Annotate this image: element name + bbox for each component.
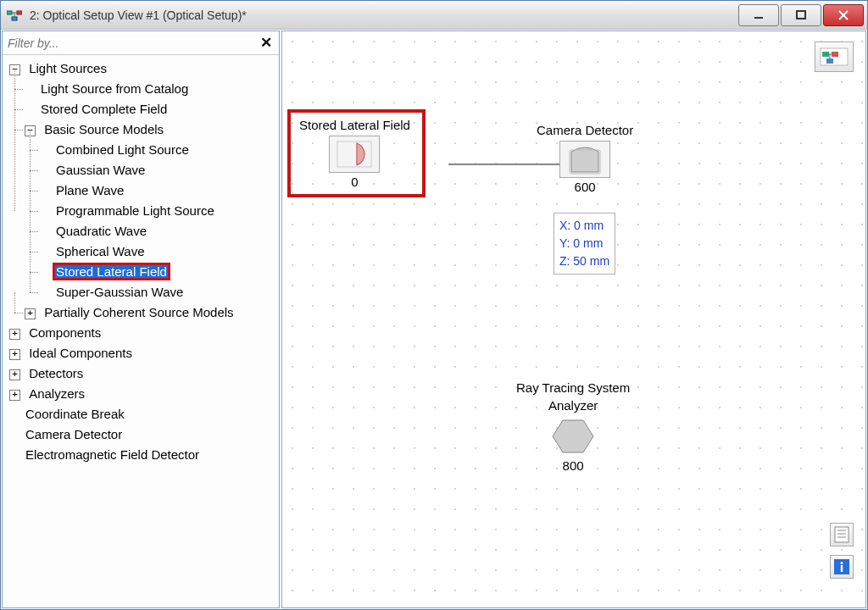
- svg-rect-15: [826, 58, 833, 64]
- expander-icon[interactable]: +: [9, 349, 20, 360]
- coord-y: Y: 0 mm: [559, 235, 609, 252]
- tree-item-stored-lateral-field[interactable]: Stored Lateral Field: [54, 264, 169, 279]
- svg-rect-1: [17, 11, 22, 14]
- close-button[interactable]: [823, 4, 864, 26]
- tree-item-camera-detector[interactable]: Camera Detector: [24, 427, 124, 441]
- tree-item-combined-light-source[interactable]: Combined Light Source: [54, 142, 191, 157]
- filter-box: ✕: [3, 31, 279, 55]
- svg-rect-9: [337, 141, 371, 167]
- tree-item-stored-complete-field[interactable]: Stored Complete Field: [39, 102, 169, 116]
- tree-item-spherical-wave[interactable]: Spherical Wave: [54, 244, 147, 258]
- svg-marker-11: [553, 420, 593, 452]
- window-title: 2: Optical Setup View #1 (Optical Setup)…: [30, 8, 738, 22]
- tree-item-light-source-from-catalog[interactable]: Light Source from Catalog: [39, 81, 190, 96]
- tree-item-basic-source-models[interactable]: Basic Source Models: [42, 122, 165, 136]
- maximize-button[interactable]: [781, 4, 821, 26]
- tree-item-detectors[interactable]: Detectors: [27, 366, 85, 380]
- coordinates-panel: X: 0 mm Y: 0 mm Z: 50 mm: [554, 213, 615, 274]
- node-label: Camera Detector: [537, 123, 633, 137]
- node-label: Stored Lateral Field: [299, 118, 410, 132]
- expander-icon[interactable]: +: [9, 390, 20, 401]
- toolbar-button-info[interactable]: [830, 555, 854, 579]
- tree-item-ideal-components[interactable]: Ideal Components: [27, 346, 134, 360]
- node-label-line2: Analyzer: [516, 398, 630, 413]
- app-icon: [4, 5, 25, 25]
- tree-item-coordinate-break[interactable]: Coordinate Break: [24, 407, 126, 421]
- node-label: Ray Tracing System: [516, 380, 630, 395]
- window-buttons: [738, 4, 864, 26]
- coord-z: Z: 50 mm: [559, 252, 609, 270]
- tree-item-em-field-detector[interactable]: Electromagnetic Field Detector: [24, 447, 201, 462]
- tree-item-partially-coherent[interactable]: Partially Coherent Source Models: [42, 305, 235, 319]
- svg-rect-24: [841, 565, 843, 572]
- svg-point-23: [841, 562, 843, 564]
- canvas-node-camera-detector[interactable]: Camera Detector 600: [537, 123, 633, 194]
- tree-item-light-sources[interactable]: Light Sources: [27, 61, 108, 75]
- expander-icon[interactable]: +: [9, 369, 20, 380]
- toolbar-button-diagram[interactable]: [815, 42, 854, 72]
- svg-rect-6: [797, 11, 805, 19]
- coord-x: X: 0 mm: [559, 217, 609, 235]
- node-id: 0: [299, 175, 410, 189]
- svg-rect-18: [835, 527, 849, 542]
- tree-item-plane-wave[interactable]: Plane Wave: [54, 183, 125, 197]
- canvas-node-source[interactable]: Stored Lateral Field 0: [287, 109, 426, 197]
- minimize-button[interactable]: [738, 4, 779, 26]
- svg-rect-2: [12, 17, 17, 20]
- analyzer-icon: [548, 416, 598, 457]
- svg-rect-0: [7, 11, 12, 14]
- detector-icon: [559, 141, 610, 178]
- filter-clear-icon[interactable]: ✕: [257, 34, 275, 52]
- tree-item-analyzers[interactable]: Analyzers: [27, 386, 86, 401]
- tree-item-quadratic-wave[interactable]: Quadratic Wave: [54, 224, 148, 238]
- titlebar: 2: Optical Setup View #1 (Optical Setup)…: [1, 1, 867, 30]
- tree-item-components[interactable]: Components: [27, 325, 103, 340]
- tree-item-super-gaussian-wave[interactable]: Super-Gaussian Wave: [54, 285, 185, 299]
- node-id: 600: [537, 180, 633, 194]
- expander-icon[interactable]: +: [25, 308, 36, 319]
- tree-item-gaussian-wave[interactable]: Gaussian Wave: [54, 163, 147, 177]
- tree[interactable]: − Light Sources Light Source from Catalo…: [3, 55, 279, 607]
- body: ✕ − Light Sources Light Source from Cata…: [1, 30, 867, 609]
- node-id: 800: [516, 458, 630, 473]
- canvas-node-analyzer[interactable]: Ray Tracing System Analyzer 800: [516, 380, 630, 473]
- app-window: 2: Optical Setup View #1 (Optical Setup)…: [0, 0, 868, 610]
- sidebar: ✕ − Light Sources Light Source from Cata…: [2, 30, 280, 608]
- filter-input[interactable]: [6, 36, 257, 51]
- source-icon: [329, 136, 380, 173]
- tree-item-programmable-light-source[interactable]: Programmable Light Source: [54, 203, 216, 218]
- svg-rect-14: [832, 52, 838, 57]
- canvas[interactable]: Stored Lateral Field 0 Camera Detector: [281, 30, 866, 608]
- toolbar-button-notes[interactable]: [830, 523, 854, 546]
- expander-icon[interactable]: +: [9, 329, 20, 340]
